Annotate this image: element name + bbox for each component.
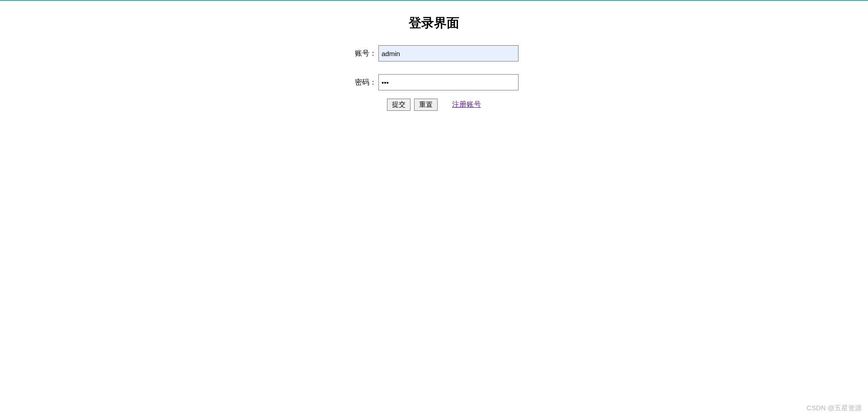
submit-button[interactable]: 提交 [387,99,410,111]
username-input[interactable] [378,45,519,62]
register-link[interactable]: 注册账号 [452,100,481,109]
reset-button[interactable]: 重置 [414,99,438,111]
page-title: 登录界面 [0,14,868,32]
password-label: 密码： [349,78,377,87]
action-row: 提交 重置 注册账号 [0,99,868,111]
username-label: 账号： [349,49,377,58]
password-input[interactable] [378,74,519,90]
username-row: 账号： [0,45,868,62]
login-container: 登录界面 账号： 密码： 提交 重置 注册账号 [0,1,868,111]
password-row: 密码： [0,74,868,90]
